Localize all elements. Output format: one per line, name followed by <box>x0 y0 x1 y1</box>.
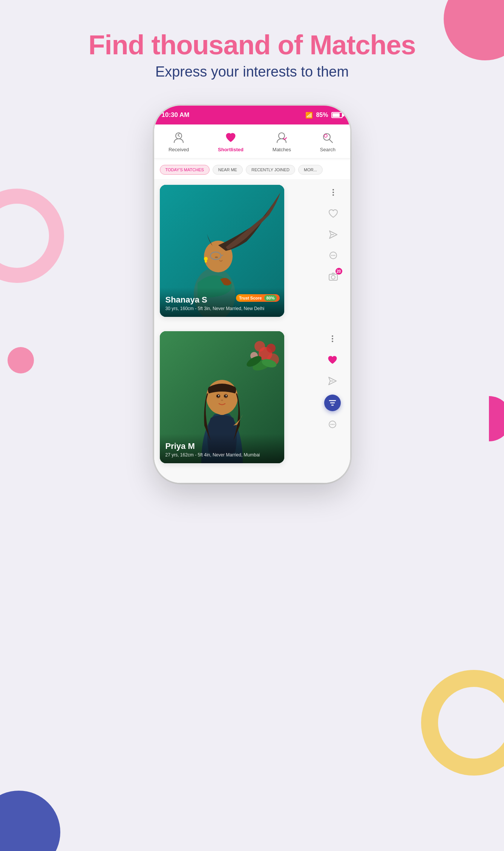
shortlisted-icon <box>224 131 238 145</box>
bg-decoration-pink-right <box>489 396 504 441</box>
svg-point-12 <box>204 257 208 261</box>
filter-icon <box>328 399 337 407</box>
svg-point-20 <box>332 255 334 256</box>
card-row-2: Priya M 27 yrs, 162cm - 5ft 4in, Never M… <box>160 331 345 471</box>
svg-point-41 <box>221 399 223 401</box>
nav-label-matches: Matches <box>273 147 291 152</box>
dots-icon-2 <box>328 334 337 343</box>
profile-1-info-overlay: Shanaya S 30 yrs, 160cm - 5ft 3in, Never… <box>160 287 284 317</box>
profile-2-details: 27 yrs, 162cm - 5ft 4in, Never Married, … <box>165 452 279 458</box>
svg-point-16 <box>332 194 334 196</box>
send-interest-button-2[interactable] <box>325 373 340 389</box>
action-icons-2 <box>324 331 341 463</box>
like-button-2[interactable] <box>325 352 340 367</box>
search-icon <box>320 131 335 145</box>
more-options-button-2[interactable] <box>325 331 340 346</box>
svg-point-26 <box>254 341 265 352</box>
header-section: Find thousand of Matches Express your in… <box>0 30 504 80</box>
send-interest-button-1[interactable] <box>326 227 341 242</box>
trust-badge-1: Trust Score 80% <box>236 294 280 302</box>
svg-point-43 <box>332 338 333 339</box>
matches-icon <box>274 131 289 145</box>
status-bar: 10:30 AM 📶 85% <box>154 106 350 124</box>
send-icon-1 <box>328 229 339 240</box>
photos-button-1[interactable]: 20 <box>326 269 341 284</box>
svg-point-42 <box>332 335 333 337</box>
heart-icon-1 <box>328 208 339 219</box>
chat-button-1[interactable] <box>326 248 341 263</box>
chip-more[interactable]: MOR... <box>298 165 323 175</box>
profile-2-name: Priya M <box>165 441 279 451</box>
profile-1-details: 30 yrs, 160cm - 5ft 3in, Never Married, … <box>165 306 279 311</box>
bg-decoration-gold-right <box>421 670 504 776</box>
photo-count-badge-1: 20 <box>335 268 342 275</box>
nav-item-search[interactable]: Search <box>320 131 335 152</box>
status-right-icons: 📶 85% <box>305 112 342 119</box>
svg-point-14 <box>332 189 334 190</box>
svg-line-3 <box>329 140 332 143</box>
svg-point-48 <box>332 424 333 425</box>
more-options-button-1[interactable] <box>326 185 341 200</box>
svg-point-40 <box>225 395 227 396</box>
profile-card-1[interactable]: Shanaya S 30 yrs, 160cm - 5ft 3in, Never… <box>160 185 284 317</box>
svg-point-21 <box>334 255 335 256</box>
nav-bar: Received Shortlisted <box>154 124 350 158</box>
filter-chips: TODAY'S MATCHES NEAR ME RECENTLY JOINED … <box>154 160 350 179</box>
svg-point-49 <box>333 424 334 425</box>
like-button-1[interactable] <box>326 206 341 221</box>
battery-icon <box>331 112 343 118</box>
status-time: 10:30 AM <box>162 111 190 119</box>
bg-decoration-mid-left <box>0 189 64 283</box>
card-row-1: Shanaya S 30 yrs, 160cm - 5ft 3in, Never… <box>160 185 345 324</box>
content-area: Shanaya S 30 yrs, 160cm - 5ft 3in, Never… <box>154 179 350 483</box>
main-title: Find thousand of Matches <box>0 30 504 60</box>
svg-point-1 <box>279 133 285 139</box>
action-icons-1: 20 <box>326 185 341 317</box>
nav-item-shortlisted[interactable]: Shortlisted <box>218 131 244 152</box>
chat-icon-1 <box>328 250 339 261</box>
nav-label-search: Search <box>320 147 335 152</box>
svg-point-23 <box>331 275 335 279</box>
nav-item-matches[interactable]: Matches <box>273 131 291 152</box>
svg-point-39 <box>218 395 219 396</box>
nav-label-received: Received <box>169 147 189 152</box>
svg-point-27 <box>267 344 276 353</box>
svg-point-15 <box>332 192 334 193</box>
received-icon <box>172 131 186 145</box>
svg-point-44 <box>332 341 333 342</box>
chip-todays-matches[interactable]: TODAY'S MATCHES <box>160 165 210 175</box>
chip-near-me[interactable]: NEAR ME <box>213 165 243 175</box>
bg-decoration-small-left <box>8 347 34 373</box>
heart-filled-icon-2 <box>327 355 338 365</box>
send-icon-2 <box>327 376 338 386</box>
filter-fab-button[interactable] <box>324 395 341 411</box>
chip-recently-joined[interactable]: RECENTLY JOINED <box>246 165 295 175</box>
bg-decoration-bottom-left <box>0 791 60 851</box>
subtitle: Express your interests to them <box>0 64 504 80</box>
svg-point-4 <box>324 134 327 137</box>
svg-point-47 <box>330 424 331 425</box>
profile-2-info-overlay: Priya M 27 yrs, 162cm - 5ft 4in, Never M… <box>160 434 284 463</box>
svg-point-11 <box>215 257 218 258</box>
phone-device: 10:30 AM 📶 85% Received <box>154 106 350 483</box>
battery-text: 85% <box>316 112 328 118</box>
chat-icon-2 <box>327 419 338 430</box>
phone-frame: 10:30 AM 📶 85% Received <box>154 106 350 483</box>
nav-item-received[interactable]: Received <box>169 131 189 152</box>
wifi-icon: 📶 <box>305 112 313 119</box>
chat-button-2[interactable] <box>325 417 340 432</box>
nav-label-shortlisted: Shortlisted <box>218 147 244 152</box>
svg-point-19 <box>331 255 332 256</box>
battery-fill <box>332 113 340 117</box>
dots-icon-1 <box>329 188 338 197</box>
svg-point-13 <box>205 260 207 263</box>
profile-card-2[interactable]: Priya M 27 yrs, 162cm - 5ft 4in, Never M… <box>160 331 284 463</box>
